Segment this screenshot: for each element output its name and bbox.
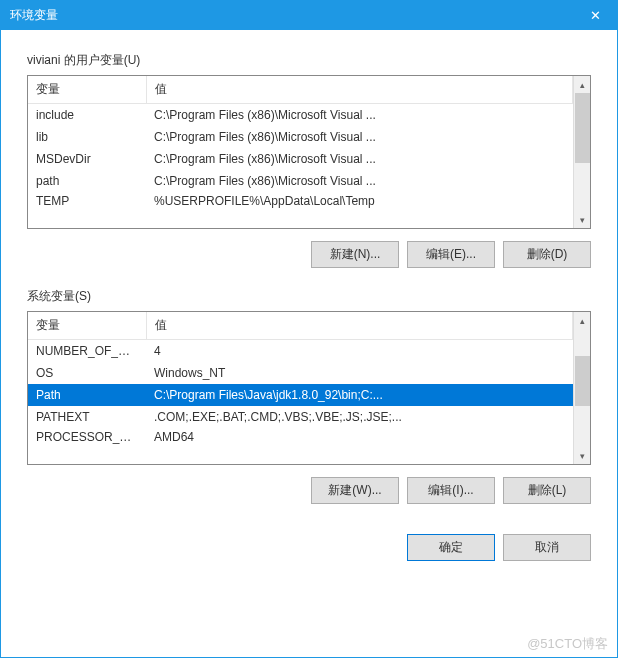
scroll-down-icon[interactable]: ▾ <box>574 211 590 228</box>
system-new-button[interactable]: 新建(W)... <box>311 477 399 504</box>
system-section-label: 系统变量(S) <box>27 288 591 305</box>
table-row-selected[interactable]: PathC:\Program Files\Java\jdk1.8.0_92\bi… <box>28 384 573 406</box>
scroll-down-icon[interactable]: ▾ <box>574 447 590 464</box>
table-row[interactable]: TEMP%USERPROFILE%\AppData\Local\Temp <box>28 192 573 208</box>
scroll-thumb[interactable] <box>575 93 590 163</box>
ok-button[interactable]: 确定 <box>407 534 495 561</box>
system-col-value[interactable]: 值 <box>146 312 573 340</box>
dialog-buttons: 确定 取消 <box>27 534 591 561</box>
scroll-up-icon[interactable]: ▴ <box>574 312 590 329</box>
user-scrollbar[interactable]: ▴ ▾ <box>573 76 590 228</box>
system-variables-list[interactable]: 变量 值 NUMBER_OF_PR...4 OSWindows_NT PathC… <box>27 311 591 465</box>
table-row[interactable]: NUMBER_OF_PR...4 <box>28 340 573 362</box>
close-icon: ✕ <box>590 8 601 23</box>
titlebar: 环境变量 ✕ <box>0 0 618 30</box>
cancel-button[interactable]: 取消 <box>503 534 591 561</box>
window-body: viviani 的用户变量(U) 变量 值 includeC:\Program … <box>0 30 618 658</box>
table-row[interactable]: libC:\Program Files (x86)\Microsoft Visu… <box>28 126 573 148</box>
system-edit-button[interactable]: 编辑(I)... <box>407 477 495 504</box>
table-row[interactable]: includeC:\Program Files (x86)\Microsoft … <box>28 104 573 126</box>
system-button-row: 新建(W)... 编辑(I)... 删除(L) <box>27 477 591 504</box>
scroll-thumb[interactable] <box>575 356 590 406</box>
system-delete-button[interactable]: 删除(L) <box>503 477 591 504</box>
scroll-up-icon[interactable]: ▴ <box>574 76 590 93</box>
user-delete-button[interactable]: 删除(D) <box>503 241 591 268</box>
system-scrollbar[interactable]: ▴ ▾ <box>573 312 590 464</box>
user-button-row: 新建(N)... 编辑(E)... 删除(D) <box>27 241 591 268</box>
user-section-label: viviani 的用户变量(U) <box>27 52 591 69</box>
system-col-name[interactable]: 变量 <box>28 312 146 340</box>
table-row[interactable]: pathC:\Program Files (x86)\Microsoft Vis… <box>28 170 573 192</box>
user-variables-section: viviani 的用户变量(U) 变量 值 includeC:\Program … <box>27 52 591 268</box>
user-edit-button[interactable]: 编辑(E)... <box>407 241 495 268</box>
table-row[interactable]: MSDevDirC:\Program Files (x86)\Microsoft… <box>28 148 573 170</box>
table-row[interactable]: PATHEXT.COM;.EXE;.BAT;.CMD;.VBS;.VBE;.JS… <box>28 406 573 428</box>
user-col-name[interactable]: 变量 <box>28 76 146 104</box>
window-title: 环境变量 <box>10 7 58 24</box>
table-row[interactable]: PROCESSOR_AR...AMD64 <box>28 428 573 444</box>
user-col-value[interactable]: 值 <box>146 76 573 104</box>
user-variables-list[interactable]: 变量 值 includeC:\Program Files (x86)\Micro… <box>27 75 591 229</box>
close-button[interactable]: ✕ <box>573 0 618 30</box>
table-row[interactable]: OSWindows_NT <box>28 362 573 384</box>
system-variables-section: 系统变量(S) 变量 值 NUMBER_OF_PR...4 OSWindows_… <box>27 288 591 504</box>
user-new-button[interactable]: 新建(N)... <box>311 241 399 268</box>
